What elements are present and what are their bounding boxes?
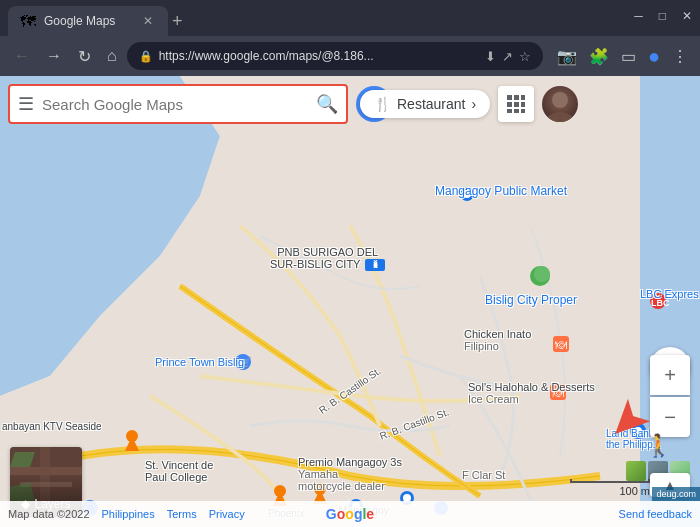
place-chicken: Chicken Inato Filipino bbox=[464, 328, 531, 352]
svg-rect-38 bbox=[521, 109, 525, 113]
search-icon[interactable]: 🔍 bbox=[316, 93, 338, 115]
bottom-bar: Map data ©2022 Philippines Terms Privacy… bbox=[0, 501, 700, 527]
lock-icon: 🔒 bbox=[139, 50, 153, 63]
browser-actions: 📷 🧩 ▭ ● ⋮ bbox=[553, 43, 692, 70]
hamburger-menu-icon[interactable]: ☰ bbox=[18, 93, 34, 115]
maximize-button[interactable]: □ bbox=[659, 9, 666, 23]
grid-view-button[interactable] bbox=[498, 86, 534, 122]
tab-favicon: 🗺 bbox=[20, 13, 36, 29]
forward-button[interactable]: → bbox=[40, 43, 68, 69]
feedback-link[interactable]: Send feedback bbox=[619, 508, 692, 520]
close-button[interactable]: ✕ bbox=[682, 9, 692, 23]
window-controls: ─ □ ✕ bbox=[634, 9, 692, 23]
svg-point-21 bbox=[274, 485, 286, 497]
pegman-icon[interactable]: 🚶 bbox=[645, 433, 672, 459]
zoom-in-button[interactable]: + bbox=[650, 355, 690, 395]
place-premio: Premio Mangagoy 3s Yamaha motorcycle dea… bbox=[298, 456, 402, 492]
browser-chrome: 🗺 Google Maps ✕ + ─ □ ✕ ← → ↻ ⌂ 🔒 https:… bbox=[0, 0, 700, 76]
new-tab-button[interactable]: + bbox=[172, 11, 183, 32]
scale-text: 100 m bbox=[619, 485, 650, 497]
svg-rect-33 bbox=[507, 102, 512, 107]
svg-point-5 bbox=[534, 266, 550, 282]
restaurant-filter[interactable]: 🍴 Restaurant › bbox=[360, 90, 490, 118]
place-mangagoy-market: Mangagoy Public Market bbox=[435, 184, 567, 198]
reload-button[interactable]: ↻ bbox=[72, 43, 97, 70]
address-text: https://www.google.com/maps/@8.186... bbox=[159, 49, 479, 63]
sv-thumb-1 bbox=[626, 461, 646, 481]
zoom-controls: + − bbox=[650, 355, 690, 437]
svg-text:🍽: 🍽 bbox=[555, 338, 567, 352]
place-sols: Sol's Halohalo & Desserts Ice Cream bbox=[468, 381, 595, 405]
bookmark-icon[interactable]: ☆ bbox=[519, 49, 531, 64]
tab-title: Google Maps bbox=[44, 14, 132, 28]
home-button[interactable]: ⌂ bbox=[101, 43, 123, 69]
place-pnb: PNB SURIGAO DEL SUR-BISLIG CITY ℹ bbox=[270, 246, 385, 271]
profile-icon[interactable]: ● bbox=[644, 43, 664, 70]
map-container[interactable]: 🛒 🍽 🍽 LBC ☰ bbox=[0, 76, 700, 527]
place-fclar: F Clar St bbox=[462, 469, 505, 481]
place-college: St. Vincent de Paul College bbox=[145, 459, 213, 483]
svg-rect-31 bbox=[514, 95, 519, 100]
sidebar-toggle-icon[interactable]: ▭ bbox=[617, 45, 640, 68]
nav-bar: ← → ↻ ⌂ 🔒 https://www.google.com/maps/@8… bbox=[0, 36, 700, 76]
share-icon[interactable]: ↗ bbox=[502, 49, 513, 64]
back-button[interactable]: ← bbox=[8, 43, 36, 69]
place-bislig: Bislig City Proper bbox=[485, 293, 577, 307]
search-box[interactable]: ☰ 🔍 bbox=[8, 84, 348, 124]
download-icon[interactable]: ⬇ bbox=[485, 49, 496, 64]
scale-line bbox=[570, 479, 650, 483]
philippines-link[interactable]: Philippines bbox=[102, 508, 155, 520]
svg-rect-35 bbox=[521, 102, 525, 107]
svg-rect-37 bbox=[514, 109, 519, 113]
place-prince-town: Prince Town Bislig bbox=[155, 356, 244, 368]
place-lbc: LBC Expres... bbox=[640, 288, 700, 300]
svg-point-19 bbox=[126, 430, 138, 442]
active-tab[interactable]: 🗺 Google Maps ✕ bbox=[8, 6, 168, 36]
search-input[interactable] bbox=[42, 96, 308, 113]
address-icons: ⬇ ↗ ☆ bbox=[485, 49, 531, 64]
extensions-icon[interactable]: 🧩 bbox=[585, 45, 613, 68]
terms-link[interactable]: Terms bbox=[167, 508, 197, 520]
search-overlay: ☰ 🔍 bbox=[8, 84, 692, 124]
watermark: deug.com bbox=[652, 487, 700, 501]
address-bar[interactable]: 🔒 https://www.google.com/maps/@8.186... … bbox=[127, 42, 543, 70]
restaurant-icon: 🍴 bbox=[374, 96, 391, 112]
privacy-link[interactable]: Privacy bbox=[209, 508, 245, 520]
chevron-icon: › bbox=[471, 96, 476, 112]
svg-rect-34 bbox=[514, 102, 519, 107]
layers-diamond-icon: ◆ bbox=[21, 497, 30, 511]
svg-rect-30 bbox=[507, 95, 512, 100]
menu-button[interactable]: ⋮ bbox=[668, 45, 692, 68]
svg-rect-36 bbox=[507, 109, 512, 113]
svg-point-39 bbox=[552, 92, 568, 108]
scale-bar: 100 m bbox=[570, 479, 650, 497]
svg-point-40 bbox=[546, 112, 574, 122]
tab-close-button[interactable]: ✕ bbox=[140, 13, 156, 29]
user-avatar[interactable] bbox=[542, 86, 578, 122]
restaurant-label: Restaurant bbox=[397, 96, 465, 112]
title-bar: 🗺 Google Maps ✕ + ─ □ ✕ bbox=[0, 0, 700, 36]
layers-label: ◆ Layers bbox=[21, 497, 70, 511]
google-logo: Google bbox=[326, 506, 374, 522]
place-ktv: anbayan KTV Seaside bbox=[2, 421, 102, 432]
screenshot-icon[interactable]: 📷 bbox=[553, 45, 581, 68]
filter-bar: 🍴 Restaurant › bbox=[360, 86, 578, 122]
zoom-out-button[interactable]: − bbox=[650, 397, 690, 437]
minimize-button[interactable]: ─ bbox=[634, 9, 643, 23]
svg-rect-32 bbox=[521, 95, 525, 100]
